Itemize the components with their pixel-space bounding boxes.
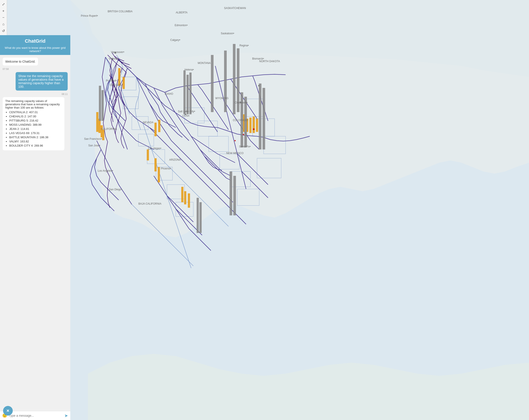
map-label-co: COLORADO <box>233 119 248 122</box>
list-item: JEAN 2: 114.81 <box>9 127 62 131</box>
svg-rect-40 <box>224 51 227 112</box>
welcome-time: 07:58 <box>3 68 68 70</box>
map-svg <box>0 0 529 420</box>
list-item: VALMY: 163.82 <box>9 140 62 143</box>
map-label-ut: UTAH <box>182 114 189 117</box>
map-label-nm: NEW MEXICO <box>226 152 244 155</box>
map-toolbar: ⤢ + − ⌂ ↺ <box>0 0 7 35</box>
close-icon: × <box>7 408 9 414</box>
map-label-nd: NORTH DAKOTA <box>259 60 280 63</box>
bot-items-list: CENTRALIA 2: 407.01 CHEHALIS 2: 147.00 P… <box>5 110 62 147</box>
list-item: BOULDER CITY 4: 269.96 <box>9 144 62 147</box>
map-label-wy: WYOMING <box>215 97 228 100</box>
svg-rect-47 <box>263 88 265 149</box>
map-label-bc: BRITISH COLUMBIA <box>108 10 132 13</box>
svg-rect-45 <box>233 176 236 215</box>
svg-point-57 <box>234 140 236 141</box>
map-label-sj: San Jose• <box>88 144 100 147</box>
svg-rect-44 <box>230 171 232 215</box>
expand-icon[interactable]: ⤢ <box>0 1 7 7</box>
list-item: LAS VEGAS 69: 179.31 <box>9 131 62 135</box>
map-label-sask: SASKATCHEWAN <box>224 7 246 10</box>
user-time: 08:11 <box>3 93 68 95</box>
chat-subtitle-text: What do you want to know about this powe… <box>5 46 66 53</box>
chat-panel: ChatGrid What do you want to know about … <box>0 35 70 420</box>
svg-rect-49 <box>186 75 189 114</box>
svg-point-60 <box>110 66 111 67</box>
list-item: BATTLE MOUNTAIN 2: 186.38 <box>9 135 62 139</box>
chat-title: ChatGrid <box>25 38 45 44</box>
svg-rect-37 <box>256 119 258 132</box>
map-label-baja: BAJA CALIFORNIA <box>138 202 161 205</box>
user-message-text: Show me the remaining capacity values of… <box>18 74 64 88</box>
svg-rect-54 <box>199 202 202 233</box>
map-label-edmonton: Edmonton• <box>175 24 188 27</box>
map-label-portland: Portland• <box>106 79 117 82</box>
svg-rect-20 <box>123 77 125 89</box>
map-label-mt: MONTANA <box>198 62 211 65</box>
home-button[interactable]: ⌂ <box>0 21 7 27</box>
map-label-la: Los Angeles• <box>98 169 113 172</box>
list-item: CENTRALIA 2: 407.01 <box>9 110 62 114</box>
svg-rect-50 <box>189 72 192 114</box>
svg-rect-35 <box>249 118 251 133</box>
map-label-phoenix: Phoenix• <box>161 167 171 170</box>
user-message: Show me the remaining capacity values of… <box>16 72 68 91</box>
map-label-ca: CALIFORNIA <box>101 127 117 131</box>
svg-rect-53 <box>197 198 199 233</box>
map-label-pr: Prince Rupert• <box>81 14 98 17</box>
svg-rect-29 <box>102 130 104 140</box>
svg-rect-27 <box>158 167 160 182</box>
map-label-lv: Las Vegas• <box>148 147 161 150</box>
svg-rect-41 <box>211 55 213 112</box>
map-label-saskatoon: Saskatoon• <box>221 32 234 35</box>
list-item: MOSS LANDING: 389.99 <box>9 123 62 126</box>
map-label-id: IDAHO <box>165 92 173 95</box>
zoom-out-button[interactable]: − <box>0 15 7 20</box>
map-label-cheyenne: Cheyenne• <box>235 101 248 104</box>
list-item: PITTSBURG 5: 216.42 <box>9 119 62 122</box>
svg-rect-48 <box>184 70 186 114</box>
chat-header: ChatGrid <box>0 35 70 46</box>
svg-rect-26 <box>158 120 160 132</box>
close-button[interactable]: × <box>3 406 13 416</box>
svg-rect-51 <box>99 86 101 121</box>
chat-subtitle: What do you want to know about this powe… <box>0 46 70 55</box>
map-label-az: ARIZONA <box>169 158 181 161</box>
bot-intro-text: The remaining capacity values of generat… <box>5 99 60 109</box>
map-label-sf: San Francisco• <box>84 137 102 140</box>
send-button[interactable]: ➤ <box>64 413 68 418</box>
svg-rect-46 <box>259 83 261 149</box>
map-label-vancouver: Vancouver• <box>111 51 124 54</box>
bot-response: The remaining capacity values of generat… <box>3 97 64 150</box>
map-label-calgary: Calgary• <box>170 39 180 41</box>
svg-rect-23 <box>147 149 149 161</box>
map-label-or: OREGON <box>110 83 121 87</box>
svg-rect-21 <box>96 112 98 132</box>
list-item: CHEHALIS 2: 147.00 <box>9 115 62 118</box>
welcome-text: Welcome to ChatGrid. <box>5 60 35 63</box>
map-container: ⤢ + − ⌂ ↺ BRITISH COLUMBIA ALBERTA SASKA… <box>0 0 529 420</box>
svg-rect-43 <box>244 97 247 147</box>
svg-rect-32 <box>188 193 190 208</box>
map-label-nv: NEVADA <box>143 121 153 124</box>
map-label-regina: Regina• <box>239 44 249 47</box>
welcome-message: Welcome to ChatGrid. <box>3 58 38 66</box>
svg-rect-30 <box>181 187 184 202</box>
send-icon: ➤ <box>64 413 68 418</box>
map-label-slc: Salt Lake City• <box>178 110 195 113</box>
svg-point-64 <box>258 85 259 86</box>
svg-rect-19 <box>118 68 120 86</box>
map-label-alberta: ALBERTA <box>176 11 188 14</box>
svg-rect-52 <box>102 90 104 121</box>
map-label-victoria: Victoria• <box>109 57 119 60</box>
map-label-bismarck: Bismarck• <box>252 57 264 60</box>
zoom-in-button[interactable]: + <box>0 8 7 14</box>
rotate-button[interactable]: ↺ <box>0 28 7 34</box>
map-label-santafe: Santa Fe• <box>239 145 251 148</box>
chat-messages: Welcome to ChatGrid. 07:58 Show me the r… <box>0 55 70 411</box>
svg-point-55 <box>253 128 255 130</box>
map-label-sd: San Diego• <box>109 188 122 191</box>
svg-point-56 <box>243 134 244 135</box>
message-input[interactable] <box>9 414 63 417</box>
